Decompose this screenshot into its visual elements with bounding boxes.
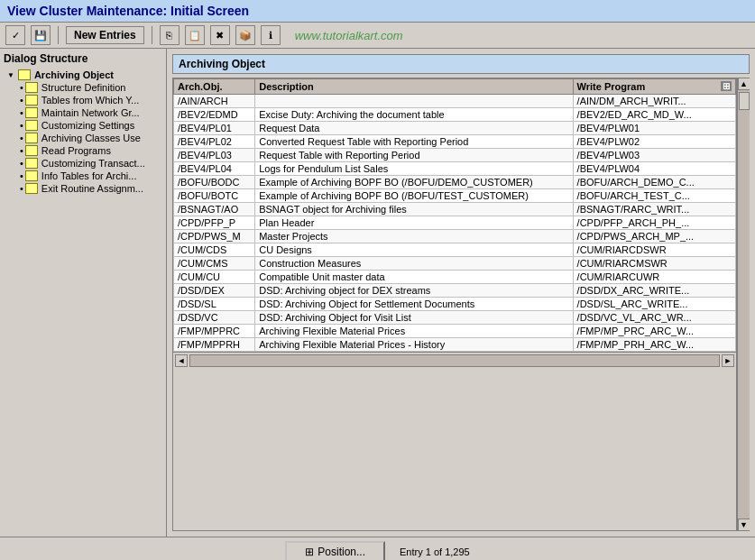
tree-item-archiving-classes[interactable]: • Archiving Classes Use xyxy=(16,132,162,144)
cell-description: DSD: Archiving Object for Visit List xyxy=(255,311,573,325)
col-settings-icon[interactable]: ⊞ xyxy=(721,81,732,91)
bullet: • xyxy=(20,95,23,106)
cell-arch-obj: /BEV4/PL01 xyxy=(174,122,255,135)
table-row[interactable]: /CUM/CMSConstruction Measures/CUM/RIARCM… xyxy=(174,257,736,271)
col-write-program: Write Program ⊞ xyxy=(573,79,735,95)
tree-item-read-programs[interactable]: • Read Programs xyxy=(16,144,162,157)
folder-icon xyxy=(25,82,38,93)
folder-icon xyxy=(25,158,38,169)
cell-write-program: /DSD/DX_ARC_WRITE... xyxy=(573,284,735,298)
scroll-track[interactable] xyxy=(189,354,720,367)
cell-arch-obj: /FMP/MPPRH xyxy=(174,338,255,352)
new-entries-button[interactable]: New Entries xyxy=(66,26,144,44)
cell-arch-obj: /CUM/CDS xyxy=(174,243,255,257)
table-body: /AIN/ARCH/AIN/DM_ARCH_WRIT.../BEV2/EDMDE… xyxy=(174,95,736,352)
cell-write-program: /BEV2/ED_ARC_MD_W... xyxy=(573,108,735,122)
tree-item-label: Archiving Classes Use xyxy=(41,133,141,143)
horizontal-scrollbar[interactable]: ◄ ► xyxy=(173,352,736,369)
table-row[interactable]: /BSNAGT/AOBSNAGT object for Archiving fi… xyxy=(174,203,736,216)
tree-item-customizing-settings[interactable]: • Customizing Settings xyxy=(16,119,162,132)
position-icon: ⊞ xyxy=(305,546,314,558)
table-row[interactable]: /AIN/ARCH/AIN/DM_ARCH_WRIT... xyxy=(174,95,736,108)
cell-write-program: /CPD/PWS_ARCH_MP_... xyxy=(573,230,735,243)
vscroll-thumb[interactable] xyxy=(739,92,750,110)
tree-root-archiving-object[interactable]: ▼ Archiving Object xyxy=(4,69,162,81)
right-panel: Archiving Object Arch.Obj. Description W… xyxy=(167,49,755,537)
table-row[interactable]: /DSD/VCDSD: Archiving Object for Visit L… xyxy=(174,311,736,325)
toolbar-separator-2 xyxy=(152,26,152,44)
transport-button[interactable]: 📦 xyxy=(235,25,255,45)
tree-item-tables-from-which[interactable]: • Tables from Which Y... xyxy=(16,94,162,106)
paste-button[interactable]: 📋 xyxy=(185,25,205,45)
cell-write-program: /DSD/SL_ARC_WRITE... xyxy=(573,298,735,311)
table-row[interactable]: /BEV4/PL04Logs for Pendulum List Sales/B… xyxy=(174,162,736,176)
cell-arch-obj: /BEV4/PL04 xyxy=(174,162,255,176)
table-row[interactable]: /CPD/PWS_MMaster Projects/CPD/PWS_ARCH_M… xyxy=(174,230,736,243)
table-row[interactable]: /BEV4/PL02Converted Request Table with R… xyxy=(174,135,736,149)
bullet: • xyxy=(20,133,23,143)
page-title: View Cluster Maintenance: Initial Screen xyxy=(7,4,249,18)
cell-arch-obj: /BOFU/BOTC xyxy=(174,189,255,203)
table-row[interactable]: /CUM/CUCompatible Unit master data/CUM/R… xyxy=(174,271,736,284)
tree-item-customizing-transact[interactable]: • Customizing Transact... xyxy=(16,157,162,170)
bullet: • xyxy=(20,120,23,131)
tree-item-label: Tables from Which Y... xyxy=(41,95,139,106)
bullet: • xyxy=(20,145,23,156)
save-button[interactable]: 💾 xyxy=(31,25,51,45)
vscroll-up-arrow[interactable]: ▲ xyxy=(738,78,750,90)
watermark: www.tutorialkart.com xyxy=(295,29,403,42)
tree-item-exit-routine[interactable]: • Exit Routine Assignm... xyxy=(16,182,162,195)
info-button[interactable]: ℹ xyxy=(261,25,281,45)
cell-write-program: /BOFU/ARCH_TEST_C... xyxy=(573,189,735,203)
col-arch-obj: Arch.Obj. xyxy=(174,79,255,95)
cell-description: CU Designs xyxy=(255,243,573,257)
folder-icon xyxy=(25,183,38,194)
cell-description: DSD: Archiving Object for Settlement Doc… xyxy=(255,298,573,311)
tree-item-maintain-network[interactable]: • Maintain Network Gr... xyxy=(16,106,162,119)
cell-description: Archiving Flexible Material Prices - His… xyxy=(255,338,573,352)
cell-description: Request Table with Reporting Period xyxy=(255,149,573,162)
table-row[interactable]: /DSD/SLDSD: Archiving Object for Settlem… xyxy=(174,298,736,311)
table-row[interactable]: /FMP/MPPRHArchiving Flexible Material Pr… xyxy=(174,338,736,352)
position-label: Position... xyxy=(318,546,365,558)
toolbar-separator-1 xyxy=(58,26,59,44)
tree-item-info-tables[interactable]: • Info Tables for Archi... xyxy=(16,170,162,182)
tree-root-label: Archiving Object xyxy=(34,69,114,80)
table-row[interactable]: /BEV4/PL03Request Table with Reporting P… xyxy=(174,149,736,162)
folder-icon xyxy=(25,145,38,156)
delete-button[interactable]: ✖ xyxy=(210,25,230,45)
cell-arch-obj: /FMP/MPPRC xyxy=(174,325,255,338)
table-row[interactable]: /BEV4/PL01Request Data/BEV4/PLW01 xyxy=(174,122,736,135)
copy-button[interactable]: ⎘ xyxy=(160,25,180,45)
table-row[interactable]: /CPD/PFP_PPlan Header/CPD/PFP_ARCH_PH_..… xyxy=(174,216,736,230)
table-row[interactable]: /DSD/DEXDSD: Archiving object for DEX st… xyxy=(174,284,736,298)
bottom-bar: ⊞ Position... Entry 1 of 1,295 xyxy=(0,537,755,560)
bullet: • xyxy=(20,82,23,93)
cell-arch-obj: /BEV4/PL02 xyxy=(174,135,255,149)
cell-description: Construction Measures xyxy=(255,257,573,271)
table-row[interactable]: /BOFU/BODCExample of Archiving BOPF BO (… xyxy=(174,176,736,189)
left-panel: Dialog Structure ▼ Archiving Object • St… xyxy=(0,49,167,537)
vscroll-down-arrow[interactable]: ▼ xyxy=(738,519,750,531)
bullet: • xyxy=(20,170,23,181)
scroll-left-arrow[interactable]: ◄ xyxy=(175,354,188,367)
cell-arch-obj: /CPD/PFP_P xyxy=(174,216,255,230)
tree-children: • Structure Definition • Tables from Whi… xyxy=(4,81,162,195)
folder-icon xyxy=(18,69,31,80)
table-row[interactable]: /BEV2/EDMDExcise Duty: Archiving the doc… xyxy=(174,108,736,122)
vertical-scrollbar[interactable]: ▲ ▼ xyxy=(737,78,750,531)
cell-write-program: /BEV4/PLW03 xyxy=(573,149,735,162)
table-row[interactable]: /CUM/CDSCU Designs/CUM/RIARCDSWR xyxy=(174,243,736,257)
position-button[interactable]: ⊞ Position... xyxy=(285,541,385,560)
tree-expand-arrow: ▼ xyxy=(7,71,14,79)
table-row[interactable]: /BOFU/BOTCExample of Archiving BOPF BO (… xyxy=(174,189,736,203)
table-row[interactable]: /FMP/MPPRCArchiving Flexible Material Pr… xyxy=(174,325,736,338)
tree-item-structure-definition[interactable]: • Structure Definition xyxy=(16,81,162,94)
check-button[interactable]: ✓ xyxy=(5,25,25,45)
cell-arch-obj: /DSD/DEX xyxy=(174,284,255,298)
cell-arch-obj: /AIN/ARCH xyxy=(174,95,255,108)
cell-arch-obj: /BOFU/BODC xyxy=(174,176,255,189)
tree-item-label: Customizing Settings xyxy=(41,120,134,131)
scroll-right-arrow[interactable]: ► xyxy=(722,354,734,367)
cell-write-program: /BSNAGT/RARC_WRIT... xyxy=(573,203,735,216)
